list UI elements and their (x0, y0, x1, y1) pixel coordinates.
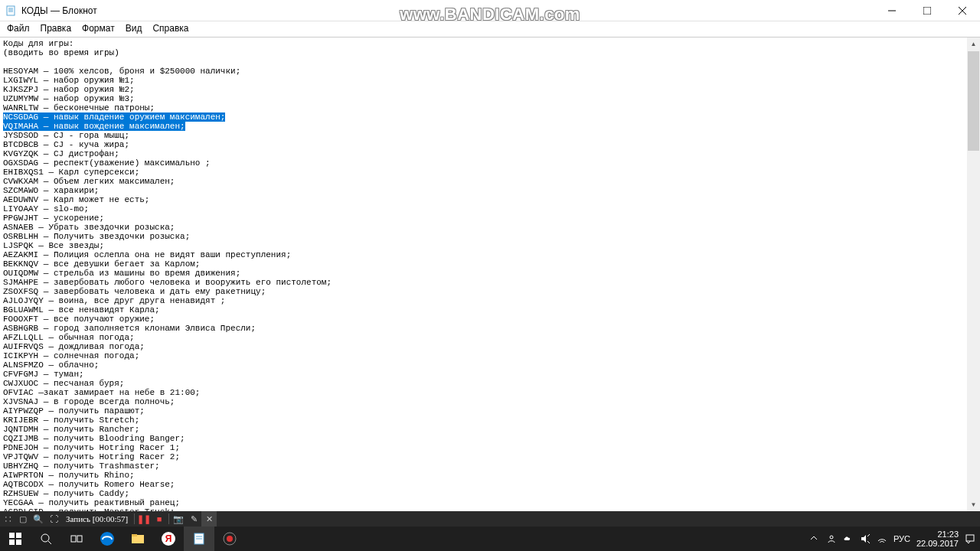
text-line: OSRBLHH — Получить звездочки розыска; (3, 232, 977, 241)
text-line: ASNAEB — Убрать звездочки розыска; (3, 223, 977, 232)
bc-pause-icon[interactable]: ❚❚ (136, 511, 152, 527)
menu-item[interactable]: Файл (2, 21, 35, 37)
text-line: JQNTDMH — получить Rancher; (3, 425, 977, 434)
bc-stop-icon[interactable]: ■ (152, 511, 167, 527)
text-line: FOOOXFT — все получают оружие; (3, 315, 977, 324)
menu-item[interactable]: Справка (147, 21, 194, 37)
text-line: UZUMYMW — набор оружия №3; (3, 94, 977, 103)
text-line: CVWKXAM — Объем легких максимален; (3, 177, 977, 186)
tray-volume-icon[interactable] (860, 533, 871, 544)
svg-point-12 (41, 534, 49, 542)
text-line: YECGAA — получить реактивный ранец; (3, 498, 977, 507)
scroll-arrow-up-icon[interactable]: ▲ (967, 37, 980, 51)
close-button[interactable] (945, 0, 980, 21)
svg-rect-9 (16, 533, 21, 538)
text-line: AFZLLQLL — обычная погода; (3, 333, 977, 342)
menu-bar: ФайлПравкаФорматВидСправка (0, 21, 980, 37)
tray-chevron-up-icon[interactable] (809, 533, 820, 544)
scrollbar-vertical[interactable]: ▲ ▼ (967, 37, 980, 511)
menu-item[interactable]: Формат (77, 21, 120, 37)
bc-camera-icon[interactable]: 📷 (171, 511, 186, 527)
bandicam-toolbar: ⸬ ▢ 🔍 ⛶ Запись [00:00:57] ❚❚ ■ 📷 ✎ ✕ (0, 511, 980, 527)
text-line: SJMAHPE — завербовать любого человека и … (3, 278, 977, 287)
text-line: SZCMAWO — харакири; (3, 186, 977, 195)
window-controls (874, 0, 980, 21)
svg-point-25 (227, 536, 233, 542)
text-line: OFVIAC —закат замирает на небе в 21:00; (3, 388, 977, 397)
text-line: RZHSUEW — получить Caddy; (3, 489, 977, 498)
bc-record-info: Запись [00:00:57] (61, 514, 132, 523)
system-tray: РУС 21:23 22.09.2017 (809, 527, 980, 551)
bc-record-label: Запись (66, 514, 90, 523)
taskbar-edge-icon[interactable] (92, 527, 122, 551)
text-line: BGLUAWML — все ненавидят Карла; (3, 305, 977, 315)
maximize-button[interactable] (910, 0, 945, 21)
menu-item[interactable]: Правка (35, 21, 77, 37)
taskbar-yandex-icon[interactable]: Я (153, 527, 184, 551)
svg-text:Я: Я (165, 533, 172, 544)
text-line: VPJTQWV — получить Hotring Racer 2; (3, 452, 977, 461)
text-line: CWJXUOC — песчаная буря; (3, 379, 977, 388)
bc-divider (134, 514, 135, 524)
taskbar-bandicam-icon[interactable] (214, 527, 245, 551)
notepad-icon (5, 5, 17, 17)
tray-language[interactable]: РУС (893, 534, 910, 543)
bc-pencil-icon[interactable]: ✎ (186, 511, 201, 527)
minimize-button[interactable] (874, 0, 910, 21)
tray-network-icon[interactable] (877, 533, 887, 544)
text-line: (вводить во время игры) (3, 48, 977, 57)
tray-time: 21:23 (916, 530, 959, 539)
scroll-arrow-down-icon[interactable]: ▼ (967, 498, 980, 511)
tray-notifications-icon[interactable] (965, 533, 975, 544)
text-line: PDNEJOH — получить Hotring Racer 1; (3, 443, 977, 452)
tray-date: 22.09.2017 (916, 539, 959, 548)
svg-rect-5 (923, 7, 931, 15)
text-line: UBHYZHQ — получить Trashmaster; (3, 461, 977, 471)
taskbar-search-icon[interactable] (31, 527, 61, 551)
text-line: CQZIJMB — получить Bloodring Banger; (3, 434, 977, 443)
bc-record-time: [00:00:57] (93, 514, 128, 523)
svg-rect-10 (9, 540, 15, 545)
text-line: AEDUWNV — Карл может не есть; (3, 195, 977, 204)
taskbar-taskview-icon[interactable] (61, 527, 92, 551)
bc-divider (168, 514, 169, 524)
menu-item[interactable]: Вид (120, 21, 148, 37)
text-line: ICIKPYH — солнечная погода; (3, 351, 977, 360)
start-button[interactable] (0, 527, 31, 551)
text-line: WANRLTW — бесконечные патроны; (3, 103, 977, 112)
tray-people-icon[interactable] (826, 533, 837, 544)
svg-rect-0 (7, 6, 15, 15)
text-line (3, 57, 977, 67)
text-line: AIYPWZQP — получить парашют; (3, 406, 977, 416)
tray-clock[interactable]: 21:23 22.09.2017 (916, 530, 959, 548)
text-line: BEKKNQV — все девушки бегает за Карлом; (3, 259, 977, 269)
text-line: KRIJEBR — получить Stretch; (3, 416, 977, 425)
taskbar-notepad-icon[interactable] (184, 527, 214, 551)
tray-onedrive-icon[interactable] (843, 533, 854, 544)
text-line: CFVFGMJ — туман; (3, 370, 977, 379)
svg-rect-15 (77, 536, 82, 542)
text-line: OGXSDAG — респект(уважение) максимально … (3, 158, 977, 168)
bc-close-icon[interactable]: ✕ (201, 511, 217, 527)
taskbar-explorer-icon[interactable] (122, 527, 153, 551)
window-title: КОДЫ — Блокнот (21, 5, 874, 16)
bc-rect-icon[interactable]: ▢ (15, 511, 31, 527)
bc-drag-icon[interactable]: ⸬ (0, 511, 15, 527)
scroll-thumb[interactable] (968, 51, 979, 151)
text-line: AUIFRVQS — дождливая погода; (3, 342, 977, 351)
bc-search-icon[interactable]: 🔍 (31, 511, 46, 527)
text-line: KVGYZQK — CJ дистрофан; (3, 149, 977, 158)
text-line: KJKSZPJ — набор оружия №2; (3, 85, 977, 94)
text-line: XJVSNAJ — в городе всегда полночь; (3, 397, 977, 406)
bc-fullscreen-icon[interactable]: ⛶ (46, 511, 61, 527)
text-line: BTCDBCB — CJ - куча жира; (3, 140, 977, 149)
text-line: NCSGDAG — навык владение оружием максима… (3, 112, 977, 122)
title-bar: КОДЫ — Блокнот (0, 0, 980, 21)
svg-rect-8 (9, 533, 15, 538)
text-editor[interactable]: Коды для игры:(вводить во время игры) HE… (0, 37, 980, 511)
text-line: ALNSFMZO — облачно; (3, 360, 977, 370)
text-line: LIYOAAY — slo-mo; (3, 204, 977, 214)
text-line: LJSPQK — Все звезды; (3, 241, 977, 250)
text-line: OUIQDMW — стрельба из машины во время дв… (3, 269, 977, 278)
svg-point-26 (830, 536, 833, 539)
